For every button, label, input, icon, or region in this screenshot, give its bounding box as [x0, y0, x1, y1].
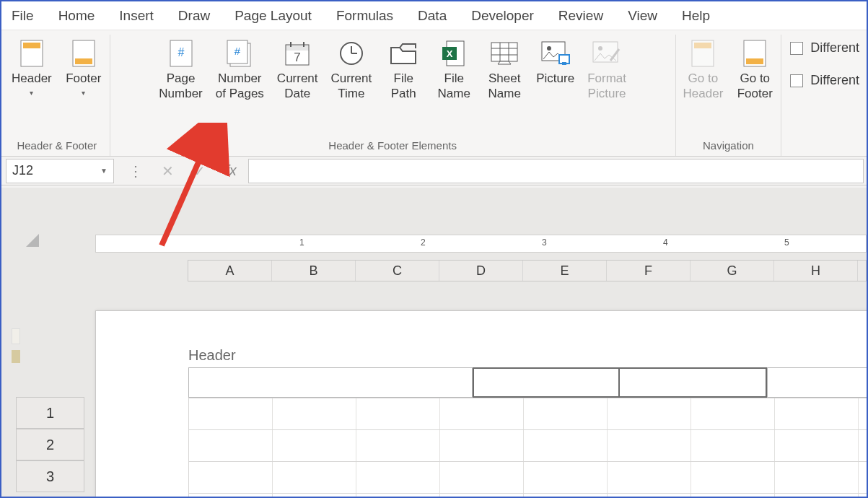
page-number-button[interactable]: # Page Number [156, 35, 205, 105]
sheet-area: 1 2 3 4 5 A B C D E F G H Header [1, 188, 867, 497]
number-of-pages-icon: # [224, 38, 255, 69]
number-of-pages-button[interactable]: # Number of Pages [213, 35, 267, 105]
row-header[interactable]: 3 [16, 460, 84, 492]
checkbox-icon [790, 74, 803, 87]
col-header[interactable]: H [774, 261, 858, 281]
menu-data[interactable]: Data [418, 8, 447, 24]
formula-bar-row: J12 ▼ ⋮ ✕ ✓ fx [1, 157, 867, 185]
insert-function-button[interactable]: fx [221, 162, 241, 179]
folder-icon [387, 38, 419, 69]
col-header[interactable]: E [523, 261, 607, 281]
ruler-tick: 5 [784, 237, 789, 248]
menu-page-layout[interactable]: Page Layout [234, 8, 312, 24]
current-time-button[interactable]: Current Time [328, 35, 375, 105]
group-label: Navigation [703, 139, 754, 152]
svg-rect-34 [746, 58, 763, 64]
clock-icon [336, 38, 367, 69]
svg-text:#: # [177, 46, 184, 58]
enter-icon[interactable]: ✓ [189, 162, 209, 180]
format-picture-button: Format Picture [584, 35, 629, 105]
svg-rect-20 [491, 43, 517, 61]
chevron-down-icon: ▾ [82, 89, 85, 97]
chevron-down-icon: ▾ [30, 89, 33, 97]
vertical-ruler-segment [12, 328, 20, 344]
header-center-box-2[interactable] [620, 367, 767, 398]
grid-row[interactable] [189, 398, 868, 430]
go-to-footer-button[interactable]: Go to Footer [733, 35, 776, 105]
current-date-button[interactable]: 7 Current Date [274, 35, 321, 105]
col-header[interactable]: G [691, 261, 774, 281]
menu-file[interactable]: File [12, 8, 34, 24]
excel-file-icon: X [438, 38, 470, 69]
page-number-icon: # [165, 38, 197, 69]
sheet-name-button[interactable]: Sheet Name [483, 35, 526, 105]
group-hf-elements: # Page Number # Number of Pages 7 Curren… [110, 35, 676, 156]
header-left-box[interactable] [188, 367, 473, 398]
grid-row[interactable] [189, 494, 868, 498]
drag-handle-icon[interactable]: ⋮ [126, 162, 146, 180]
page-preview: Header [95, 310, 868, 498]
menu-formulas[interactable]: Formulas [336, 8, 393, 24]
group-header-footer: Header ▾ Footer ▾ Header & Footer [4, 35, 110, 156]
file-path-button[interactable]: File Path [382, 35, 425, 105]
formula-input[interactable] [248, 159, 864, 183]
vertical-ruler-segment [12, 350, 20, 363]
cancel-icon[interactable]: ✕ [157, 162, 177, 180]
row-header[interactable]: 2 [16, 429, 84, 460]
svg-rect-28 [562, 62, 566, 65]
col-header[interactable]: F [607, 261, 691, 281]
select-all-triangle[interactable] [26, 234, 39, 247]
col-header[interactable]: A [188, 261, 272, 281]
header-section-label: Header [188, 347, 236, 364]
menu-home[interactable]: Home [58, 8, 95, 24]
svg-point-30 [598, 46, 602, 51]
ruler-tick: 3 [542, 237, 547, 248]
col-header[interactable]: D [439, 261, 523, 281]
menu-insert[interactable]: Insert [119, 8, 154, 24]
svg-text:X: X [447, 48, 453, 59]
sheet-icon [488, 38, 520, 69]
menu-developer[interactable]: Developer [471, 8, 534, 24]
name-box[interactable]: J12 ▼ [6, 159, 114, 183]
svg-text:7: 7 [294, 51, 300, 64]
col-header[interactable]: B [272, 261, 356, 281]
cell-grid[interactable] [188, 398, 868, 498]
header-center-box[interactable] [473, 367, 620, 398]
different-first-checkbox[interactable]: Different [790, 40, 859, 56]
svg-rect-3 [75, 58, 92, 64]
chevron-down-icon[interactable]: ▼ [100, 167, 108, 175]
column-headers[interactable]: A B C D E F G H [188, 260, 867, 281]
col-header[interactable]: C [356, 261, 439, 281]
menu-review[interactable]: Review [558, 8, 603, 24]
group-label: Header & Footer Elements [328, 139, 457, 152]
menu-help[interactable]: Help [682, 8, 710, 24]
grid-row[interactable] [189, 462, 868, 494]
picture-button[interactable]: Picture [533, 35, 577, 89]
row-headers[interactable]: 1 2 3 [16, 397, 84, 492]
grid-row[interactable] [189, 430, 868, 462]
svg-rect-10 [286, 45, 309, 51]
checkbox-label: Different [810, 73, 859, 88]
name-box-value: J12 [12, 163, 33, 178]
footer-icon [68, 38, 100, 69]
header-right-box[interactable] [767, 367, 868, 398]
footer-button[interactable]: Footer ▾ [62, 35, 105, 100]
format-picture-icon [591, 38, 623, 69]
group-navigation: Go to Header Go to Footer Navigation [676, 35, 782, 156]
file-name-button[interactable]: X File Name [432, 35, 475, 105]
ribbon: Header ▾ Footer ▾ Header & Footer # Page… [1, 30, 867, 157]
menu-draw[interactable]: Draw [178, 8, 210, 24]
calendar-icon: 7 [281, 38, 313, 69]
different-odd-even-checkbox[interactable]: Different [790, 73, 859, 88]
svg-point-26 [547, 46, 551, 51]
picture-icon [540, 38, 571, 69]
menu-view[interactable]: View [628, 8, 657, 24]
header-band[interactable] [188, 367, 868, 398]
svg-rect-1 [23, 43, 40, 48]
go-to-footer-icon [739, 38, 771, 69]
header-icon [16, 38, 48, 69]
svg-text:#: # [234, 45, 241, 57]
header-button[interactable]: Header ▾ [9, 35, 55, 100]
row-header[interactable]: 1 [16, 397, 84, 429]
ruler-tick: 2 [421, 237, 426, 248]
